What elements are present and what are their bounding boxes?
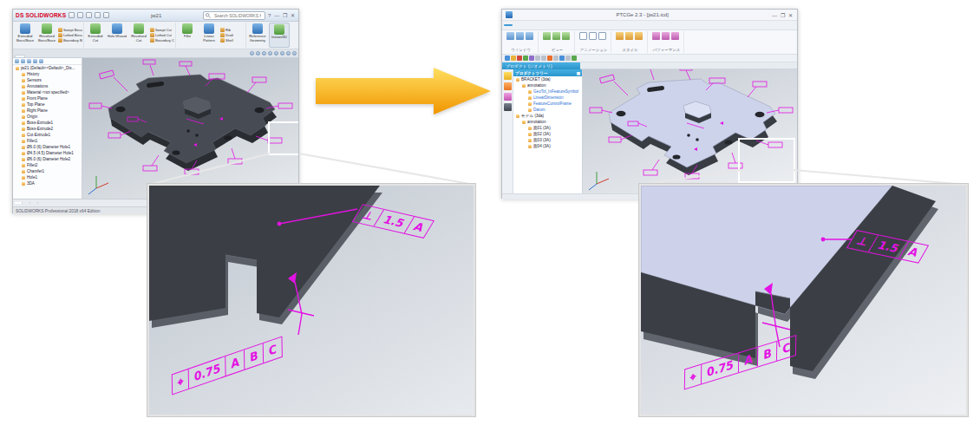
ribbon-button-reference-geometry[interactable]: Reference Geometry (247, 23, 268, 48)
feature-tree-item[interactable]: Ø4.5 (4.5) Diameter Hole1 (13, 150, 82, 156)
configurationmanager-icon[interactable] (27, 59, 31, 63)
display-manager-icon[interactable] (39, 59, 43, 63)
feature-tree-item[interactable]: Cut-Extrude1 (13, 132, 82, 138)
command-tab[interactable] (15, 55, 25, 57)
feature-tree-item[interactable]: Ø6.0 (6) Diameter Hole2 (13, 156, 82, 162)
tool-icon[interactable] (526, 32, 533, 40)
target-window-controls[interactable]: — ❐ ✕ (772, 12, 794, 18)
menu-tab[interactable] (547, 24, 556, 26)
propertymanager-icon[interactable] (21, 59, 25, 63)
structure-icon[interactable] (504, 82, 512, 90)
undo-icon[interactable] (103, 12, 109, 18)
annotation-tree-icon[interactable] (504, 93, 512, 101)
ribbon-stack-item[interactable]: Swept Boss/Base (58, 28, 82, 32)
feature-tree-item[interactable]: Chamfer1 (13, 168, 82, 174)
tree-header-button[interactable]: ▣ (577, 71, 580, 75)
feature-tree-item[interactable]: Right Plane (13, 108, 82, 114)
feature-tree-item[interactable]: jw21 (Default<<Default>_Dis... (13, 65, 82, 71)
tool-icon[interactable] (579, 32, 587, 40)
ribbon-stack-item[interactable]: Shell (220, 38, 245, 42)
ribbon-button-hole-wizard[interactable]: Hole Wizard (107, 23, 127, 48)
product-tree-item[interactable]: Datum (513, 107, 582, 113)
product-tree-item[interactable]: GeoTol_InFeatureSymbol (513, 88, 582, 95)
menu-tab[interactable] (556, 24, 565, 26)
ribbon-button-extruded-cut[interactable]: Extruded Cut (85, 23, 106, 48)
ribbon-button-fillet[interactable]: Fillet (177, 23, 198, 48)
tool-icon[interactable] (625, 32, 633, 40)
menu-tab[interactable] (539, 24, 547, 26)
feature-tree-item[interactable]: Fillet1 (13, 138, 82, 144)
product-tree-item[interactable]: 面04 (3A) (513, 143, 582, 149)
product-tree-item[interactable]: annotation (513, 82, 582, 88)
menu-tab[interactable] (513, 24, 521, 26)
measure-icon[interactable] (511, 56, 516, 61)
new-file-icon[interactable] (69, 12, 75, 18)
tool-icon[interactable] (652, 32, 660, 40)
rotate-icon[interactable] (541, 56, 546, 61)
tool-icon[interactable] (516, 32, 524, 40)
ribbon-button-instant3d[interactable]: Instant3D (269, 23, 290, 48)
ribbon-group[interactable]: ウィンドウ (504, 31, 539, 53)
save-icon[interactable] (86, 12, 92, 18)
scene-icon[interactable] (286, 51, 291, 56)
product-tree-item[interactable]: 面03 (3A) (513, 137, 582, 143)
tool-icon[interactable] (543, 32, 551, 40)
ribbon-stack-item[interactable]: Swept Cut (150, 28, 174, 32)
feature-tree-item[interactable]: Boss-Extrude2 (13, 126, 82, 132)
zoom-icon[interactable] (553, 56, 559, 61)
grid-icon[interactable] (559, 56, 565, 61)
feature-tree-item[interactable]: Fillet2 (13, 162, 82, 168)
pan-icon[interactable] (535, 56, 540, 61)
ribbon-button-linear-pattern[interactable]: Linear Pattern (199, 23, 219, 48)
menu-tab[interactable] (530, 24, 539, 26)
tool-icon[interactable] (589, 32, 597, 40)
layers-icon[interactable] (504, 103, 512, 111)
tool-icon[interactable] (662, 32, 670, 40)
feature-tree-item[interactable]: 3DA (13, 180, 82, 186)
shade-icon[interactable] (572, 56, 577, 61)
tool-icon[interactable] (635, 32, 643, 40)
product-tree-item[interactable]: FeatureControlFrame (513, 101, 582, 107)
command-tab[interactable] (36, 55, 46, 57)
featuremanager-icon[interactable] (15, 59, 19, 63)
feature-tree-item[interactable]: Hole1 (13, 174, 82, 180)
ribbon-group[interactable]: アニメーション (577, 31, 611, 53)
feature-tree-item[interactable]: Front Plane (13, 95, 82, 101)
ribbon-group[interactable]: スタイル (613, 31, 648, 53)
zoom-area-icon[interactable] (256, 51, 260, 56)
product-tree-item[interactable]: annotation (513, 119, 582, 125)
ribbon-stack-item[interactable]: Lofted Cut (150, 33, 174, 37)
product-tree-item[interactable]: LinearDimension (513, 95, 582, 101)
menu-tab[interactable] (521, 24, 530, 26)
appearance-icon[interactable] (280, 51, 284, 56)
feature-tree-item[interactable]: Top Plane (13, 101, 82, 108)
zoom-fit-icon[interactable] (250, 51, 254, 56)
feature-tree-item[interactable]: Sensors (13, 77, 82, 83)
feature-tree-item[interactable]: Material <not specified> (13, 89, 82, 95)
open-file-icon[interactable] (77, 12, 83, 18)
bottom-tab[interactable] (23, 202, 30, 204)
window-controls[interactable]: — ❐ ✕ (274, 12, 296, 18)
ribbon-group[interactable]: ビュー (540, 31, 575, 53)
feature-tree-item[interactable]: Boss-Extrude1 (13, 120, 82, 126)
display-icon[interactable] (565, 56, 571, 61)
ribbon-stack-item[interactable]: Draft (220, 33, 245, 37)
hide-show-icon[interactable] (274, 51, 278, 56)
feature-tree-item[interactable]: Ø6.0 (6) Diameter Hole1 (13, 144, 82, 150)
tool-icon[interactable] (552, 32, 560, 40)
search-box[interactable] (203, 11, 265, 20)
target-viewport[interactable] (583, 69, 797, 193)
tool-icon[interactable] (562, 32, 570, 40)
command-tab[interactable] (56, 55, 67, 57)
ribbon-group[interactable]: パフォーマンス (650, 31, 684, 53)
feature-tree-item[interactable]: Origin (13, 114, 82, 120)
menu-tab[interactable] (504, 24, 513, 26)
menu-tab[interactable] (565, 24, 573, 26)
ribbon-button-revolved-boss[interactable]: Revolved Boss/Base (36, 23, 57, 48)
tool-icon[interactable] (506, 32, 514, 40)
ribbon-stack-item[interactable]: Boundary Boss/Base (58, 38, 82, 42)
ribbon-stack-item[interactable]: Rib (220, 28, 245, 32)
command-tab[interactable] (46, 55, 56, 57)
search-input[interactable] (212, 12, 263, 19)
tool-icon[interactable] (616, 32, 624, 40)
